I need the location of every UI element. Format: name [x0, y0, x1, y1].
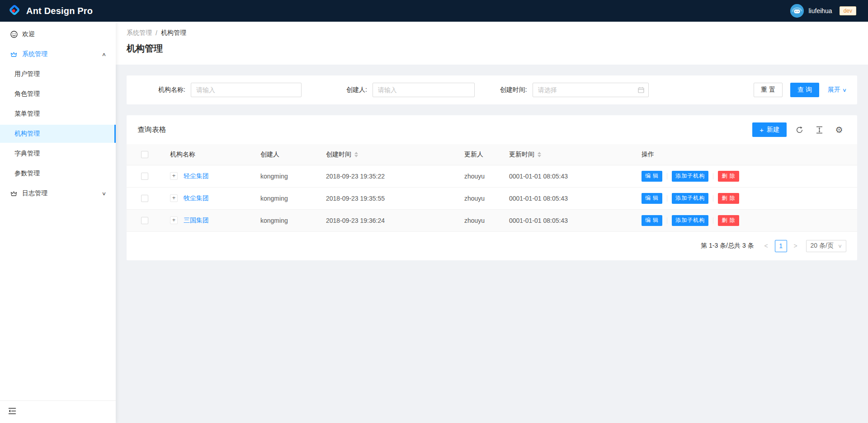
expand-row-button[interactable]: + — [170, 216, 178, 224]
row-checkbox[interactable] — [141, 173, 148, 180]
action-divider — [713, 173, 713, 179]
org-name-field-group: 机构名称: — [158, 83, 302, 97]
plus-icon: + — [760, 127, 764, 133]
add-child-org-button[interactable]: 添加子机构 — [672, 215, 708, 226]
create-time-picker[interactable] — [533, 83, 649, 97]
creator-cell: kongming — [253, 187, 319, 209]
username-label[interactable]: liufeihua — [808, 7, 832, 14]
settings-gear-icon[interactable]: ⚙ — [832, 122, 846, 137]
select-all-checkbox[interactable] — [141, 151, 148, 158]
page-header: 系统管理 / 机构管理 机构管理 — [116, 22, 868, 65]
edit-button[interactable]: 编 辑 — [642, 215, 662, 226]
prev-page-icon[interactable]: < — [761, 242, 771, 249]
chevron-down-icon: ∨ — [102, 191, 106, 197]
pagination: 第 1-3 条/总共 3 条 < 1 > 20 条/页 ∨ — [127, 232, 857, 260]
sidebar-item-menu-mgmt[interactable]: 菜单管理 — [0, 105, 116, 123]
sidebar-footer — [0, 400, 116, 423]
create-time-input[interactable] — [533, 83, 649, 97]
row-checkbox[interactable] — [141, 217, 148, 224]
sidebar-menu: 欢迎 系统管理 ∧ 用户管理 角色管理 菜单管理 机构 — [0, 22, 116, 202]
column-header-update-time[interactable]: 更新时间 — [502, 144, 634, 165]
breadcrumb: 系统管理 / 机构管理 — [127, 29, 857, 37]
org-name-input[interactable] — [191, 83, 302, 97]
search-form-card: 机构名称: 创建人: 创建时间: — [127, 75, 857, 104]
org-name-link[interactable]: 三国集团 — [184, 216, 209, 224]
column-height-icon[interactable] — [812, 122, 826, 137]
sidebar-item-role-mgmt[interactable]: 角色管理 — [0, 85, 116, 103]
next-page-icon[interactable]: > — [791, 242, 801, 249]
app-root: Ant Design Pro liufeihua dev — [0, 0, 868, 423]
top-header: Ant Design Pro liufeihua dev — [0, 0, 868, 22]
table-card: 查询表格 + 新建 — [127, 115, 857, 260]
row-checkbox[interactable] — [141, 195, 148, 202]
add-child-org-button[interactable]: 添加子机构 — [672, 193, 708, 204]
sort-icon[interactable] — [354, 152, 358, 157]
delete-button[interactable]: 删 除 — [718, 215, 739, 226]
crown-icon — [10, 51, 18, 58]
expand-row-button[interactable]: + — [170, 172, 178, 180]
update-time-cell: 0001-01-01 08:05:43 — [502, 165, 634, 187]
sidebar-item-param-mgmt[interactable]: 参数管理 — [0, 164, 116, 183]
page-size-select[interactable]: 20 条/页 ∨ — [806, 240, 846, 252]
reload-icon[interactable] — [792, 122, 807, 137]
smile-icon — [10, 31, 18, 38]
add-child-org-button[interactable]: 添加子机构 — [672, 171, 708, 182]
updater-cell: zhouyu — [457, 165, 502, 187]
column-header-creator: 创建人 — [253, 144, 319, 165]
pagination-total: 第 1-3 条/总共 3 条 — [701, 242, 754, 250]
menu-fold-icon[interactable] — [8, 408, 16, 414]
create-time-label: 创建时间: — [500, 86, 527, 94]
query-button[interactable]: 查 询 — [790, 83, 819, 97]
action-divider — [713, 217, 713, 224]
chevron-down-icon: ∨ — [838, 243, 842, 249]
sidebar-item-label: 系统管理 — [22, 50, 47, 58]
org-name-link[interactable]: 轻尘集团 — [184, 172, 209, 179]
sidebar-item-label: 参数管理 — [14, 169, 40, 178]
sidebar-item-label: 用户管理 — [14, 70, 40, 78]
sidebar: 欢迎 系统管理 ∧ 用户管理 角色管理 菜单管理 机构 — [0, 22, 116, 423]
sidebar-submenu-system[interactable]: 系统管理 ∧ — [0, 45, 116, 63]
table-header-row: 机构名称 创建人 创建时间 更新人 更新时间 操作 — [127, 144, 857, 165]
sidebar-submenu-log[interactable]: 日志管理 ∨ — [0, 184, 116, 202]
new-button[interactable]: + 新建 — [752, 122, 787, 137]
column-header-create-time[interactable]: 创建时间 — [319, 144, 457, 165]
edit-button[interactable]: 编 辑 — [642, 171, 662, 182]
toolbar-actions: + 新建 — [752, 122, 846, 137]
action-divider — [667, 195, 667, 202]
org-name-link[interactable]: 牧尘集团 — [184, 194, 209, 202]
creator-input[interactable] — [373, 83, 475, 97]
calendar-icon — [638, 87, 644, 95]
expand-form-link[interactable]: 展开 ∨ — [828, 86, 846, 94]
crown-icon — [10, 190, 18, 197]
updater-cell: zhouyu — [457, 209, 502, 231]
page-number-1[interactable]: 1 — [775, 240, 787, 252]
user-avatar[interactable] — [790, 4, 804, 18]
creator-field-group: 创建人: — [346, 83, 475, 97]
org-name-label: 机构名称: — [158, 86, 185, 94]
sidebar-item-user-mgmt[interactable]: 用户管理 — [0, 65, 116, 83]
table-title: 查询表格 — [137, 125, 166, 135]
chevron-down-icon: ∨ — [842, 87, 847, 93]
delete-button[interactable]: 删 除 — [718, 171, 739, 182]
create-time-cell: 2018-09-23 19:35:55 — [319, 187, 457, 209]
column-header-org-name: 机构名称 — [163, 144, 253, 165]
edit-button[interactable]: 编 辑 — [642, 193, 662, 204]
chevron-up-icon: ∧ — [102, 52, 106, 57]
content-area: 机构名称: 创建人: 创建时间: — [116, 65, 868, 423]
table-row: + 三国集团 kongming 2018-09-23 19:36:24 zhou… — [127, 209, 857, 231]
update-time-cell: 0001-01-01 08:05:43 — [502, 187, 634, 209]
create-time-field-group: 创建时间: — [500, 83, 649, 97]
sidebar-item-dict-mgmt[interactable]: 字典管理 — [0, 145, 116, 163]
env-badge: dev — [840, 6, 856, 15]
sidebar-item-org-mgmt[interactable]: 机构管理 — [0, 125, 116, 143]
reset-button[interactable]: 重 置 — [754, 83, 783, 97]
sort-icon[interactable] — [538, 152, 541, 157]
table-row: + 牧尘集团 kongming 2018-09-23 19:35:55 zhou… — [127, 187, 857, 209]
column-header-updater: 更新人 — [457, 144, 502, 165]
expand-link-label: 展开 — [828, 86, 840, 94]
expand-row-button[interactable]: + — [170, 194, 178, 202]
breadcrumb-system[interactable]: 系统管理 — [127, 29, 152, 37]
delete-button[interactable]: 删 除 — [718, 193, 739, 204]
app-logo[interactable]: Ant Design Pro — [8, 4, 93, 18]
sidebar-item-welcome[interactable]: 欢迎 — [0, 25, 116, 43]
